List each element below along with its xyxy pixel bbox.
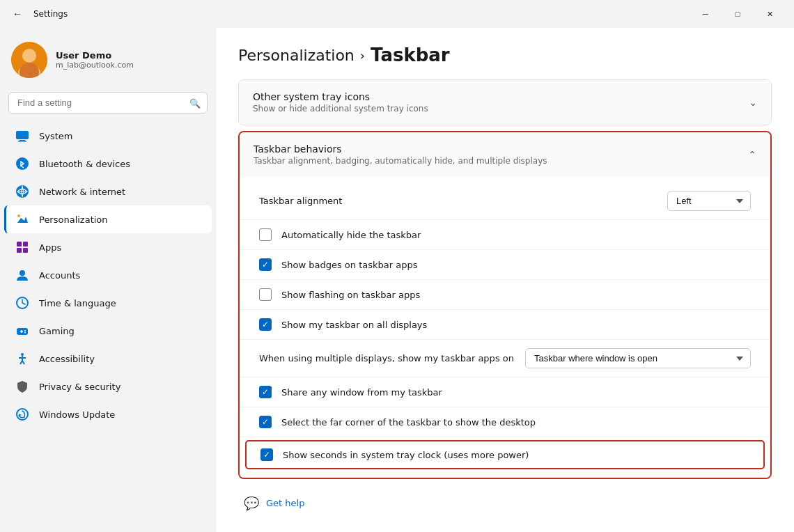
app-content: User Demo m_lab@outlook.com 🔍 System: [0, 28, 794, 532]
main-content: Personalization › Taskbar Other system t…: [216, 28, 794, 532]
show-all-displays-row: Show my taskbar on all displays: [240, 310, 770, 340]
breadcrumb-parent: Personalization: [238, 47, 355, 64]
search-icon: 🔍: [189, 97, 201, 108]
breadcrumb-separator: ›: [360, 48, 365, 63]
user-info: User Demo m_lab@outlook.com: [56, 50, 134, 70]
breadcrumb: Personalization › Taskbar: [238, 45, 772, 65]
sidebar-item-accounts[interactable]: Accounts: [4, 261, 212, 289]
search-input[interactable]: [8, 92, 208, 114]
auto-hide-row: Automatically hide the taskbar: [240, 220, 770, 250]
sidebar-item-accessibility[interactable]: Accessibility: [4, 345, 212, 373]
svg-point-21: [24, 332, 26, 334]
system-tray-header[interactable]: Other system tray icons Show or hide add…: [239, 80, 771, 125]
far-corner-checkbox[interactable]: [259, 416, 272, 428]
system-tray-title: Other system tray icons: [253, 91, 428, 102]
share-window-row: Share any window from my taskbar: [240, 377, 770, 407]
title-bar: ← Settings ─ □ ✕: [0, 0, 794, 28]
sidebar-item-bluetooth-label: Bluetooth & devices: [39, 159, 130, 169]
sidebar-item-system-label: System: [39, 131, 72, 141]
user-name: User Demo: [56, 50, 134, 61]
sidebar-item-gaming[interactable]: Gaming: [4, 317, 212, 345]
sidebar-item-system[interactable]: System: [4, 122, 212, 150]
svg-point-20: [24, 330, 26, 331]
app-title: Settings: [33, 9, 68, 19]
show-badges-row: Show badges on taskbar apps: [240, 250, 770, 280]
sidebar-item-time-label: Time & language: [39, 298, 116, 308]
system-icon: [15, 129, 29, 143]
svg-point-22: [21, 353, 24, 356]
breadcrumb-current: Taskbar: [371, 45, 450, 65]
sidebar-item-network[interactable]: Network & internet: [4, 178, 212, 205]
sidebar-item-windows-update[interactable]: Windows Update: [4, 400, 212, 428]
show-seconds-checkbox[interactable]: [260, 448, 273, 461]
windows-update-icon: [15, 407, 29, 421]
far-corner-label: Select the far corner of the taskbar to …: [281, 417, 536, 428]
sidebar-item-windows-update-label: Windows Update: [39, 409, 115, 420]
bluetooth-icon: [15, 157, 29, 171]
show-flashing-label: Show flashing on taskbar apps: [281, 290, 420, 300]
share-window-checkbox[interactable]: [259, 386, 272, 398]
search-box: 🔍: [8, 92, 208, 114]
show-seconds-label: Show seconds in system tray clock (uses …: [283, 450, 529, 460]
gaming-icon: [15, 324, 29, 338]
multi-display-select[interactable]: Taskbar where window is open All taskbar…: [525, 348, 751, 368]
svg-rect-11: [17, 242, 22, 247]
sidebar-item-privacy-label: Privacy & security: [39, 382, 120, 392]
help-icon: 💬: [244, 496, 259, 510]
show-all-displays-checkbox[interactable]: [259, 318, 272, 331]
sidebar-item-apps[interactable]: Apps: [4, 233, 212, 261]
svg-point-7: [16, 157, 29, 170]
close-button[interactable]: ✕: [754, 3, 786, 25]
svg-rect-4: [16, 131, 29, 139]
svg-rect-6: [18, 141, 26, 142]
sidebar-item-personalization[interactable]: Personalization: [4, 205, 212, 233]
sidebar-item-accounts-label: Accounts: [39, 270, 80, 281]
get-help-row[interactable]: 💬 Get help: [238, 485, 772, 510]
user-email: m_lab@outlook.com: [56, 61, 134, 70]
system-tray-section: Other system tray icons Show or hide add…: [238, 79, 772, 125]
sidebar-item-time[interactable]: Time & language: [4, 289, 212, 317]
taskbar-behaviors-subtitle: Taskbar alignment, badging, automaticall…: [254, 156, 547, 166]
taskbar-behaviors-header[interactable]: Taskbar behaviors Taskbar alignment, bad…: [240, 132, 770, 177]
back-button[interactable]: ←: [8, 6, 26, 22]
time-icon: [15, 296, 29, 310]
svg-rect-14: [23, 248, 28, 253]
svg-marker-28: [19, 414, 22, 416]
sidebar-item-network-label: Network & internet: [39, 187, 125, 197]
svg-point-15: [20, 270, 25, 276]
taskbar-behaviors-section: Taskbar behaviors Taskbar alignment, bad…: [238, 131, 772, 479]
avatar: [11, 42, 47, 78]
svg-rect-13: [17, 248, 22, 253]
sidebar-item-bluetooth[interactable]: Bluetooth & devices: [4, 150, 212, 178]
taskbar-alignment-select[interactable]: Left Center: [667, 191, 751, 211]
title-bar-left: ← Settings: [8, 6, 68, 22]
system-tray-subtitle: Show or hide additional system tray icon…: [253, 104, 428, 114]
show-flashing-checkbox[interactable]: [259, 288, 272, 301]
show-badges-label: Show badges on taskbar apps: [281, 260, 417, 270]
sidebar: User Demo m_lab@outlook.com 🔍 System: [0, 28, 216, 532]
taskbar-behaviors-chevron: ⌃: [748, 149, 756, 160]
svg-point-1: [22, 49, 36, 63]
show-badges-checkbox[interactable]: [259, 258, 272, 271]
minimize-button[interactable]: ─: [690, 3, 722, 25]
system-tray-header-text: Other system tray icons Show or hide add…: [253, 91, 428, 114]
get-help-label: Get help: [266, 498, 304, 508]
user-profile: User Demo m_lab@outlook.com: [0, 33, 216, 92]
personalization-icon: [15, 212, 29, 226]
sidebar-item-apps-label: Apps: [39, 242, 61, 253]
sidebar-item-privacy[interactable]: Privacy & security: [4, 373, 212, 400]
apps-icon: [15, 240, 29, 254]
auto-hide-checkbox[interactable]: [259, 228, 272, 241]
show-seconds-row: Show seconds in system tray clock (uses …: [245, 440, 765, 469]
privacy-icon: [15, 380, 29, 393]
show-flashing-row: Show flashing on taskbar apps: [240, 280, 770, 310]
sidebar-item-accessibility-label: Accessibility: [39, 354, 95, 364]
accessibility-icon: [15, 352, 29, 366]
maximize-button[interactable]: □: [722, 3, 754, 25]
network-icon: [15, 185, 29, 198]
svg-line-26: [22, 361, 24, 364]
accounts-icon: [15, 268, 29, 282]
sidebar-item-gaming-label: Gaming: [39, 326, 75, 336]
multi-display-label: When using multiple displays, show my ta…: [259, 353, 514, 363]
system-tray-chevron: ⌄: [749, 97, 757, 108]
